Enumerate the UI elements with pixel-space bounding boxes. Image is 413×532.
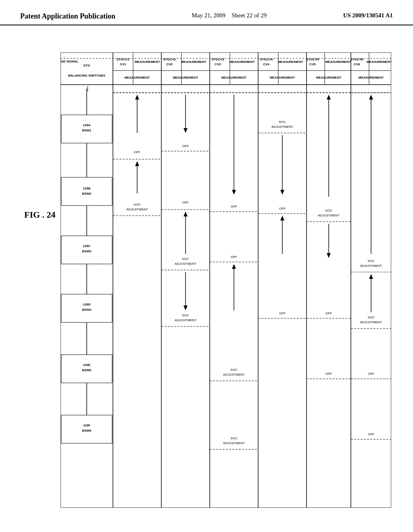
svg-text:STGCV2: STGCV2 [163, 58, 176, 61]
publication-date: May 21, 2009 [192, 12, 225, 19]
svg-text:ADJUSTMENT: ADJUSTMENT [223, 373, 245, 376]
svg-text:129E: 129E [83, 363, 91, 367]
svg-rect-59 [61, 177, 112, 206]
svg-text:CV1: CV1 [120, 62, 126, 66]
svg-text:OFF: OFF [325, 372, 332, 376]
svg-text:OFF: OFF [279, 207, 286, 210]
svg-text:BSW4: BSW4 [82, 308, 92, 312]
svg-text:SOC: SOC [325, 209, 332, 212]
svg-text:OFF: OFF [368, 432, 374, 436]
svg-text:STGCV3: STGCV3 [211, 58, 225, 61]
sheet-number: Sheet 22 of 29 [232, 12, 267, 19]
svg-text:OFF: OFF [368, 372, 374, 376]
svg-text:BSW1: BSW1 [82, 129, 92, 132]
svg-text:ADJUSTMENT: ADJUSTMENT [360, 320, 382, 324]
svg-text:BALANCING SWITCHES: BALANCING SWITCHES [68, 74, 106, 77]
svg-text:MEASUREMENT: MEASUREMENT [367, 60, 391, 64]
diagram-svg: text { font-family: Arial, sans-serif; f… [60, 52, 391, 508]
svg-text:MEASUREMENT: MEASUREMENT [135, 60, 160, 64]
svg-text:MEASUREMENT: MEASUREMENT [316, 76, 342, 79]
svg-text:STGCV1: STGCV1 [117, 58, 130, 61]
svg-text:SOC: SOC [182, 314, 189, 317]
svg-text:SOC: SOC [367, 316, 375, 319]
svg-text:MEASUREMENT: MEASUREMENT [173, 76, 198, 79]
svg-text:MEASUREMENT: MEASUREMENT [229, 60, 255, 64]
svg-text:OFF: OFF [279, 312, 286, 315]
svg-text:129B: 129B [83, 187, 90, 190]
page-header: Patent Application Publication May 21, 2… [0, 0, 413, 25]
svg-text:MEASUREMENT: MEASUREMENT [125, 76, 150, 79]
publication-title: Patent Application Publication [20, 12, 115, 21]
svg-text:ADJUSTMENT: ADJUSTMENT [126, 208, 148, 211]
svg-text:BSW5: BSW5 [82, 368, 92, 372]
svg-text:ADJUSTMENT: ADJUSTMENT [175, 262, 196, 266]
svg-text:OFF: OFF [134, 150, 140, 154]
svg-text:STGCV4: STGCV4 [260, 58, 273, 61]
svg-text:MEASUREMENT: MEASUREMENT [278, 60, 303, 64]
svg-text:ADJUSTMENT: ADJUSTMENT [271, 125, 293, 129]
svg-text:MEASUREMENT: MEASUREMENT [270, 76, 295, 79]
svg-text:MEASUREMENT: MEASUREMENT [359, 76, 384, 79]
figure-label: FIG . 24 [24, 210, 56, 220]
svg-text:BSW6: BSW6 [82, 429, 92, 432]
svg-text:ADJUSTMENT: ADJUSTMENT [223, 441, 245, 445]
patent-number: US 2009/130541 A1 [343, 12, 393, 19]
svg-text:OFF: OFF [325, 312, 332, 315]
svg-text:MEASUREMENT: MEASUREMENT [221, 76, 247, 79]
svg-text:SOC: SOC [279, 120, 286, 124]
svg-text:MEASUREMENT: MEASUREMENT [181, 60, 206, 64]
svg-text:SOC: SOC [367, 259, 375, 263]
svg-text:⋮: ⋮ [85, 85, 90, 92]
svg-text:STGCV5: STGCV5 [306, 58, 319, 61]
svg-text:BSW3: BSW3 [82, 249, 92, 253]
svg-text:SOC: SOC [182, 257, 189, 261]
svg-text:CV2: CV2 [166, 62, 173, 66]
svg-text:OFF: OFF [231, 205, 237, 208]
svg-text:MEASUREMENT: MEASUREMENT [325, 60, 351, 64]
svg-text:CV4: CV4 [263, 62, 269, 66]
timing-diagram: text { font-family: Arial, sans-serif; f… [60, 52, 391, 508]
svg-text:129F: 129F [83, 424, 90, 427]
publication-date-sheet: May 21, 2009 Sheet 22 of 29 [192, 12, 267, 19]
svg-text:129C: 129C [83, 244, 90, 248]
svg-text:OFF: OFF [182, 144, 189, 148]
svg-text:BSW2: BSW2 [82, 192, 92, 195]
svg-text:ADJUSTMENT: ADJUSTMENT [318, 214, 340, 217]
svg-text:OFF: OFF [182, 201, 189, 204]
svg-text:ADJUSTMENT: ADJUSTMENT [175, 318, 196, 322]
svg-text:ADJUSTMENT: ADJUSTMENT [360, 264, 382, 268]
svg-text:STAGE SIGNAL: STAGE SIGNAL [60, 60, 79, 63]
svg-text:CV6: CV6 [354, 62, 360, 66]
svg-text:CV3: CV3 [215, 62, 221, 66]
svg-text:129D: 129D [83, 303, 90, 306]
svg-text:SOC: SOC [133, 203, 141, 206]
svg-text:STG: STG [83, 64, 90, 67]
svg-text:129A: 129A [83, 123, 90, 127]
svg-text:STGCV6: STGCV6 [350, 58, 364, 61]
svg-text:⋮: ⋮ [63, 56, 66, 59]
svg-text:CV5: CV5 [309, 62, 316, 66]
svg-text:SOC: SOC [230, 368, 238, 372]
svg-text:SOC: SOC [230, 436, 238, 440]
svg-text:OFF: OFF [231, 255, 237, 259]
